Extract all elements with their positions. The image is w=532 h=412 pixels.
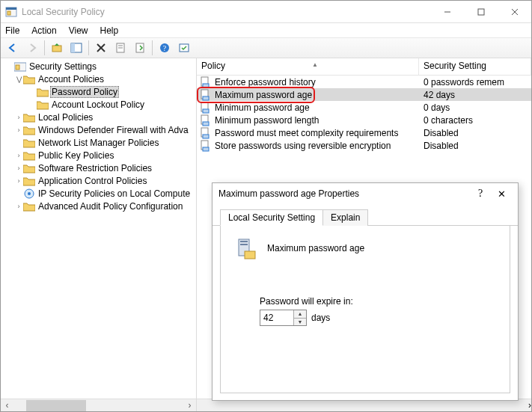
list-row[interactable]: Minimum password age 0 days (197, 101, 531, 114)
tree-item-label: Public Key Policies (37, 150, 115, 161)
tree: Security Settings ⋁ Account Policies Pas… (1, 60, 196, 212)
properties-dialog: Maximum password age Properties ? ✕ Loca… (212, 182, 519, 401)
folder-icon (23, 74, 35, 84)
app-icon (5, 6, 17, 18)
expire-input[interactable] (260, 310, 293, 325)
column-policy[interactable]: Policy ▲ (197, 58, 419, 75)
delete-button[interactable] (92, 39, 110, 57)
policy-icon (200, 140, 212, 152)
expand-icon[interactable]: › (14, 203, 23, 210)
tree-item-network-list[interactable]: Network List Manager Policies (2, 136, 196, 149)
expand-icon[interactable]: › (14, 177, 23, 185)
close-button[interactable] (498, 1, 531, 22)
tree-item-label: Advanced Audit Policy Configuration (37, 201, 184, 212)
back-button[interactable] (4, 39, 22, 57)
folder-icon (23, 138, 35, 148)
tree-item-label: Account Policies (37, 74, 106, 84)
title-bar: Local Security Policy (1, 1, 531, 23)
expand-icon[interactable]: › (14, 165, 23, 172)
list-row[interactable]: Minimum password length 0 characters (197, 114, 531, 126)
tree-item-account-lockout[interactable]: Account Lockout Policy (2, 98, 196, 111)
scroll-right-icon[interactable]: › (528, 400, 531, 411)
menu-view[interactable]: View (69, 25, 88, 36)
tree-item-label: IP Security Policies on Local Compute (37, 188, 192, 199)
tree-item-label: Network List Manager Policies (37, 138, 160, 148)
scroll-left-icon[interactable]: ‹ (1, 399, 13, 412)
folder-icon (23, 112, 35, 123)
server-icon (234, 236, 258, 260)
menu-help[interactable]: Help (100, 25, 119, 36)
policy-icon (200, 89, 212, 101)
spinner-up-icon[interactable]: ▲ (294, 310, 306, 319)
tree-item-firewall[interactable]: › Windows Defender Firewall with Adva (2, 123, 196, 136)
scroll-thumb[interactable] (26, 400, 86, 411)
unit-label: days (311, 313, 330, 323)
folder-icon (37, 87, 49, 97)
svg-rect-7 (52, 46, 61, 52)
export-button[interactable] (131, 39, 149, 57)
menu-action[interactable]: Action (31, 25, 56, 36)
tree-item-label: Account Lockout Policy (50, 99, 146, 110)
ipsec-icon (23, 188, 35, 199)
list-body: Enforce password history 0 passwords rem… (197, 76, 531, 152)
tab-explain[interactable]: Explain (322, 209, 368, 226)
expand-icon[interactable]: › (14, 152, 23, 159)
list-row[interactable]: Store passwords using reversible encrypt… (197, 139, 531, 152)
dialog-help-button[interactable]: ? (470, 188, 491, 200)
expand-icon[interactable]: › (14, 126, 23, 134)
svg-rect-26 (203, 96, 209, 100)
list-row-selected[interactable]: Maximum password age 42 days (197, 88, 531, 101)
toolbar-separator (44, 40, 45, 55)
forward-button[interactable] (23, 39, 41, 57)
spinner[interactable]: ▲ ▼ (293, 310, 306, 325)
tree-item-label: Password Policy (50, 86, 119, 98)
tree-item-software-restrict[interactable]: › Software Restriction Policies (2, 162, 196, 174)
scroll-right-icon[interactable]: › (183, 399, 196, 412)
properties-button[interactable] (111, 39, 129, 57)
tree-item-ipsec[interactable]: IP Security Policies on Local Compute (2, 187, 196, 200)
tree-item-password-policy[interactable]: Password Policy (2, 85, 196, 98)
expire-label: Password will expire in: (260, 296, 496, 307)
list-row[interactable]: Password must meet complexity requiremen… (197, 126, 531, 139)
svg-rect-28 (203, 109, 209, 113)
toolbar: ? (1, 37, 531, 58)
tree-item-account-policies[interactable]: ⋁ Account Policies (2, 73, 196, 85)
policy-icon (200, 127, 212, 139)
svg-rect-36 (240, 241, 248, 242)
folder-icon (23, 125, 35, 135)
up-button[interactable] (48, 39, 66, 57)
folder-icon (37, 99, 49, 110)
tree-item-local-policies[interactable]: › Local Policies (2, 111, 196, 123)
svg-text:?: ? (163, 44, 167, 52)
maximize-button[interactable] (464, 1, 498, 22)
tree-item-public-key[interactable]: › Public Key Policies (2, 149, 196, 162)
menu-file[interactable]: File (5, 25, 19, 36)
show-hide-tree-button[interactable] (67, 39, 85, 57)
refresh-button[interactable] (175, 39, 193, 57)
tree-root[interactable]: Security Settings (2, 60, 196, 73)
column-security[interactable]: Security Setting (419, 58, 531, 75)
dialog-close-button[interactable]: ✕ (491, 188, 512, 200)
policy-icon (200, 114, 212, 126)
policy-icon (200, 102, 212, 114)
expire-value-field[interactable]: ▲ ▼ (260, 310, 307, 326)
tree-item-label: Local Policies (37, 112, 94, 123)
svg-rect-9 (71, 43, 75, 52)
tab-local-security[interactable]: Local Security Setting (220, 209, 323, 226)
svg-rect-34 (203, 147, 209, 151)
tree-root-label: Security Settings (28, 61, 98, 72)
svg-rect-32 (203, 135, 209, 138)
svg-point-22 (28, 192, 31, 195)
expand-icon[interactable]: ⋁ (14, 76, 23, 83)
tree-item-audit[interactable]: › Advanced Audit Policy Configuration (2, 200, 196, 212)
minimize-button[interactable] (430, 1, 464, 22)
expand-icon[interactable]: › (14, 114, 23, 121)
list-row[interactable]: Enforce password history 0 passwords rem… (197, 76, 531, 88)
toolbar-separator (88, 40, 89, 55)
svg-rect-30 (203, 122, 209, 126)
tree-item-app-control[interactable]: › Application Control Policies (2, 174, 196, 187)
policy-icon (200, 76, 212, 88)
spinner-down-icon[interactable]: ▼ (294, 319, 306, 326)
help-button[interactable]: ? (156, 39, 174, 57)
tree-hscrollbar[interactable]: ‹ › (1, 399, 196, 411)
